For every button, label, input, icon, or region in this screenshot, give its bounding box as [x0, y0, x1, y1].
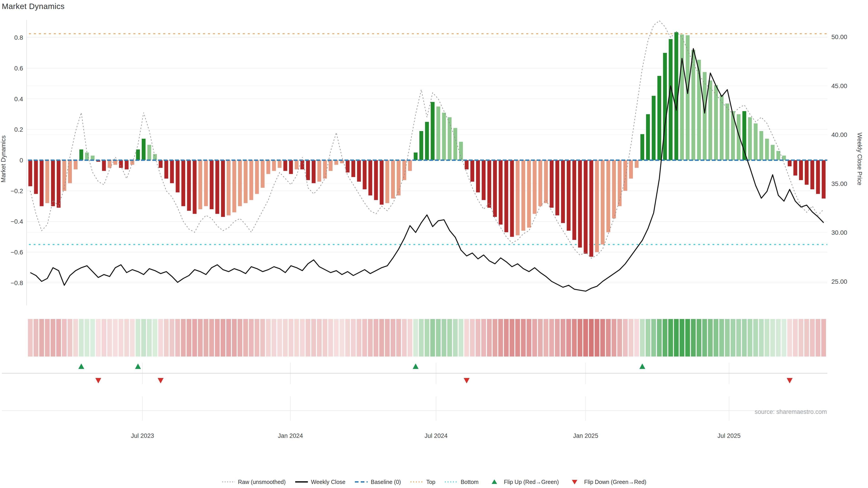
- heatmap-cell[interactable]: [799, 319, 803, 357]
- heatmap-cell[interactable]: [204, 319, 209, 357]
- dynamics-bar[interactable]: [714, 85, 718, 160]
- dynamics-bar[interactable]: [419, 131, 423, 160]
- dynamics-bar[interactable]: [805, 160, 809, 185]
- heatmap-cell[interactable]: [793, 319, 798, 357]
- heatmap-cell[interactable]: [345, 319, 350, 357]
- heatmap-cell[interactable]: [787, 319, 792, 357]
- legend-item-close[interactable]: Weekly Close: [295, 479, 345, 485]
- dynamics-bar[interactable]: [708, 80, 712, 160]
- heatmap-cell[interactable]: [561, 319, 565, 357]
- dynamics-bar[interactable]: [686, 35, 690, 160]
- dynamics-bar[interactable]: [448, 117, 452, 160]
- heatmap-cell[interactable]: [731, 319, 735, 357]
- dynamics-bar[interactable]: [516, 160, 520, 235]
- dynamics-bar[interactable]: [425, 122, 429, 160]
- heatmap-cell[interactable]: [62, 319, 67, 357]
- heatmap-cell[interactable]: [600, 319, 605, 357]
- dynamics-bar[interactable]: [680, 35, 684, 160]
- dynamics-bar[interactable]: [635, 160, 639, 168]
- heatmap-cell[interactable]: [124, 319, 129, 357]
- dynamics-bar[interactable]: [244, 160, 248, 203]
- heatmap-cell[interactable]: [747, 319, 752, 357]
- dynamics-bar[interactable]: [794, 160, 797, 175]
- heatmap-cell[interactable]: [436, 319, 441, 357]
- dynamics-bar[interactable]: [527, 160, 531, 228]
- heatmap-cell[interactable]: [119, 319, 123, 357]
- heatmap-cell[interactable]: [362, 319, 367, 357]
- heatmap-cell[interactable]: [266, 319, 271, 357]
- dynamics-bar[interactable]: [295, 160, 299, 169]
- heatmap-cell[interactable]: [340, 319, 344, 357]
- heatmap-cell[interactable]: [357, 319, 362, 357]
- dynamics-bar[interactable]: [754, 123, 757, 160]
- dynamics-bar[interactable]: [720, 95, 723, 160]
- dynamics-bar[interactable]: [57, 160, 61, 207]
- heatmap-cell[interactable]: [572, 319, 577, 357]
- dynamics-bar[interactable]: [454, 128, 457, 160]
- dynamics-bar[interactable]: [323, 160, 327, 178]
- dynamics-bar[interactable]: [607, 160, 610, 232]
- dynamics-bar[interactable]: [45, 160, 49, 203]
- dynamics-bar[interactable]: [522, 160, 525, 231]
- dynamics-bar[interactable]: [482, 160, 486, 200]
- heatmap-cell[interactable]: [68, 319, 72, 357]
- dynamics-bar[interactable]: [555, 160, 559, 215]
- dynamics-bar[interactable]: [623, 160, 627, 191]
- dynamics-bar[interactable]: [91, 156, 94, 160]
- dynamics-bar[interactable]: [533, 160, 537, 214]
- heatmap-cell[interactable]: [238, 319, 242, 357]
- dynamics-bar[interactable]: [442, 113, 446, 160]
- heatmap-cell[interactable]: [555, 319, 560, 357]
- dynamics-bar[interactable]: [391, 160, 395, 199]
- heatmap-cell[interactable]: [408, 319, 412, 357]
- dynamics-bar[interactable]: [646, 114, 650, 160]
- dynamics-bar[interactable]: [657, 76, 661, 160]
- dynamics-bar[interactable]: [578, 160, 582, 248]
- dynamics-bar[interactable]: [51, 160, 55, 206]
- dynamics-bar[interactable]: [572, 160, 576, 240]
- dynamics-bar[interactable]: [385, 160, 389, 203]
- heatmap-cell[interactable]: [28, 319, 33, 357]
- dynamics-bar[interactable]: [771, 145, 775, 160]
- legend-item-raw[interactable]: Raw (unsmoothed): [222, 479, 286, 485]
- dynamics-bar[interactable]: [204, 160, 208, 206]
- dynamics-bar[interactable]: [29, 160, 32, 186]
- dynamics-bar[interactable]: [351, 160, 355, 177]
- heatmap-cell[interactable]: [606, 319, 611, 357]
- dynamics-bar[interactable]: [312, 160, 315, 183]
- heatmap-cell[interactable]: [101, 319, 106, 357]
- dynamics-bar[interactable]: [760, 131, 763, 160]
- heatmap-cell[interactable]: [782, 319, 786, 357]
- heatmap-cell[interactable]: [39, 319, 44, 357]
- dynamics-bar[interactable]: [181, 160, 185, 206]
- heatmap-cell[interactable]: [73, 319, 78, 357]
- dynamics-bar[interactable]: [788, 160, 792, 166]
- dynamics-bar[interactable]: [459, 142, 463, 160]
- dynamics-bar[interactable]: [499, 160, 502, 225]
- dynamics-bar[interactable]: [283, 160, 287, 171]
- heatmap-cell[interactable]: [419, 319, 424, 357]
- dynamics-bar[interactable]: [221, 160, 225, 217]
- heatmap-cell[interactable]: [714, 319, 718, 357]
- dynamics-bar[interactable]: [612, 160, 616, 219]
- dynamics-bar[interactable]: [697, 60, 701, 160]
- dynamics-bar[interactable]: [329, 160, 333, 171]
- heatmap-cell[interactable]: [147, 319, 152, 357]
- heatmap-cell[interactable]: [532, 319, 537, 357]
- heatmap-cell[interactable]: [708, 319, 713, 357]
- dynamics-bar[interactable]: [669, 39, 673, 160]
- heatmap-cell[interactable]: [158, 319, 163, 357]
- heatmap-cell[interactable]: [447, 319, 452, 357]
- dynamics-bar[interactable]: [493, 160, 497, 217]
- heatmap-cell[interactable]: [442, 319, 446, 357]
- heatmap-cell[interactable]: [135, 319, 141, 357]
- dynamics-bar[interactable]: [159, 160, 162, 168]
- heatmap-cell[interactable]: [493, 319, 497, 357]
- heatmap-cell[interactable]: [283, 319, 288, 357]
- dynamics-bar[interactable]: [782, 156, 786, 160]
- heatmap-cell[interactable]: [311, 319, 316, 357]
- dynamics-bar[interactable]: [567, 160, 570, 231]
- dynamics-bar[interactable]: [198, 160, 202, 209]
- heatmap-cell[interactable]: [623, 319, 628, 357]
- dynamics-bar[interactable]: [408, 160, 412, 171]
